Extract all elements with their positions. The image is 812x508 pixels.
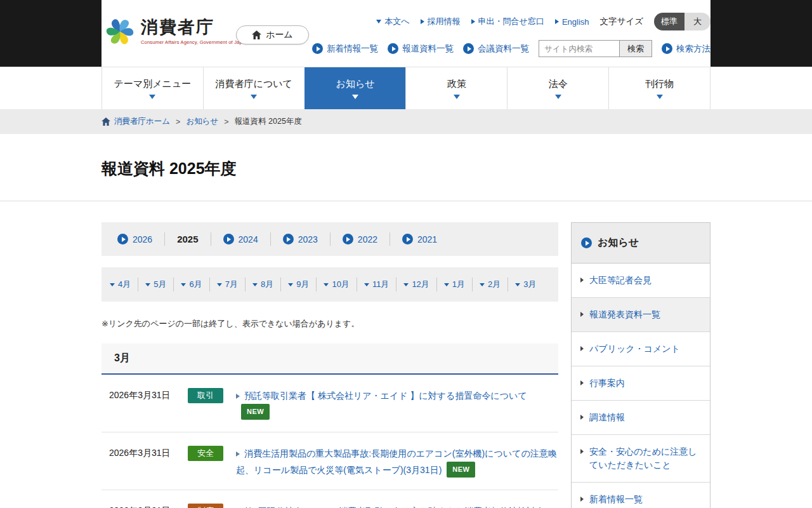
caret-down-icon (480, 283, 485, 286)
arrow-right-icon (580, 449, 584, 454)
news-link[interactable]: 第7回現代社会における消費者取引の在り方を踏まえた消費者契約法検討会ワーキンググ… (236, 506, 553, 508)
font-size-large-button[interactable]: 大 (684, 13, 710, 30)
month-tab-feb[interactable]: 2月 (473, 277, 508, 291)
month-tab-nov[interactable]: 11月 (357, 277, 397, 291)
quick-link-new-info[interactable]: 新着情報一覧 (312, 43, 378, 55)
month-tab-label: 5月 (154, 279, 166, 290)
breadcrumb-label: 消費者庁ホーム (114, 116, 170, 127)
caret-down-icon (403, 283, 409, 286)
breadcrumb-separator: > (176, 117, 180, 126)
caret-down-icon (145, 283, 150, 286)
category-badge: 安全 (188, 446, 223, 461)
sidebar: お知らせ 大臣等記者会見 報道発表資料一覧 パブリック・コメント 行事案内 (571, 222, 710, 508)
logo-title: 消費者庁 (141, 18, 248, 37)
search-button[interactable]: 検索 (620, 40, 652, 57)
month-tab-label: 1月 (452, 279, 465, 290)
sidebar-item-press-releases[interactable]: 報道発表資料一覧 (572, 298, 710, 332)
breadcrumb-home-link[interactable]: 消費者庁ホーム (102, 116, 170, 127)
breadcrumb-label: お知らせ (186, 116, 218, 127)
press-release-row: 2026年3月31日 安全 消費生活用製品の重大製品事故:長期使用のエアコン(室… (102, 432, 558, 490)
caret-down-icon (364, 283, 369, 286)
sidebar-item-press-conference[interactable]: 大臣等記者会見 (572, 264, 710, 298)
sidebar-item-procurement[interactable]: 調達情報 (572, 401, 710, 435)
month-tab-sep[interactable]: 9月 (281, 277, 317, 291)
press-release-row: 2026年3月31日 取引 預託等取引業者【 株式会社リア・エイド 】に対する措… (102, 375, 558, 432)
english-link[interactable]: English (555, 17, 589, 27)
month-tab-jul[interactable]: 7月 (210, 277, 246, 291)
circle-arrow-icon (463, 43, 474, 54)
breadcrumb-notice-link[interactable]: お知らせ (186, 116, 218, 127)
nav-item-notice[interactable]: お知らせ (304, 67, 406, 109)
site-search: 検索 (539, 40, 652, 57)
news-body: 預託等取引業者【 株式会社リア・エイド 】に対する措置命令についてNEW (236, 388, 558, 420)
new-badge: NEW (447, 462, 475, 478)
caret-down-icon (149, 95, 155, 99)
quick-link-label: 検索方法 (676, 43, 710, 55)
skip-to-content-link[interactable]: 本文へ (376, 16, 409, 27)
sidebar-item-safety-caution[interactable]: 安全・安心のために注意していただきたいこと (572, 435, 710, 483)
nav-item-about[interactable]: 消費者庁について (203, 67, 304, 109)
circle-arrow-icon (662, 43, 672, 54)
arrow-right-icon (580, 346, 584, 351)
month-tab-may[interactable]: 5月 (138, 277, 174, 291)
recruit-link[interactable]: 採用情報 (421, 16, 461, 27)
site-header: 消費者庁 Consumer Affairs Agency, Government… (0, 0, 812, 67)
month-tab-oct[interactable]: 10月 (317, 277, 357, 291)
sidebar-item-events[interactable]: 行事案内 (572, 366, 710, 401)
news-link[interactable]: 預託等取引業者【 株式会社リア・エイド 】に対する措置命令について (244, 391, 527, 401)
nav-item-policy[interactable]: 政策 (405, 67, 507, 109)
search-input[interactable] (539, 40, 620, 57)
sidebar-item-public-comment[interactable]: パブリック・コメント (572, 332, 710, 366)
month-tabs: 4月 5月 6月 7月 8月 9月 10月 11月 12月 1月 2月 3月 (102, 267, 558, 302)
home-button-label: ホーム (266, 29, 293, 41)
year-tab-2022[interactable]: 2022 (331, 232, 390, 246)
home-button[interactable]: ホーム (236, 25, 309, 44)
utility-link-label: English (562, 17, 589, 27)
month-tab-dec[interactable]: 12月 (396, 277, 436, 291)
year-tab-2024[interactable]: 2024 (211, 232, 271, 246)
month-tab-label: 9月 (296, 279, 309, 290)
caret-down-icon (110, 283, 115, 286)
year-tab-2026[interactable]: 2026 (105, 232, 165, 246)
contact-link[interactable]: 申出・問合せ窓口 (471, 16, 544, 27)
month-tab-aug[interactable]: 8月 (246, 277, 281, 291)
search-help-link[interactable]: 検索方法 (662, 43, 710, 55)
nav-item-theme-menu[interactable]: テーマ別メニュー (102, 67, 203, 109)
font-size-standard-button[interactable]: 標準 (654, 13, 684, 30)
arrow-right-icon (580, 415, 584, 420)
quick-link-press[interactable]: 報道資料一覧 (388, 43, 454, 55)
month-tab-jun[interactable]: 6月 (174, 277, 209, 291)
news-link[interactable]: 消費生活用製品の重大製品事故:長期使用のエアコン(室外機)についての注意喚起、リ… (236, 448, 557, 475)
sidebar-header: お知らせ (572, 223, 710, 264)
new-badge: NEW (241, 404, 270, 420)
caret-down-icon (657, 95, 663, 99)
sidebar-item-label: 報道発表資料一覧 (589, 308, 660, 321)
arrow-right-icon (421, 19, 424, 24)
nav-item-law[interactable]: 法令 (507, 67, 608, 109)
quick-link-meetings[interactable]: 会議資料一覧 (463, 43, 529, 55)
utility-link-label: 採用情報 (428, 16, 461, 27)
month-tab-mar[interactable]: 3月 (508, 277, 543, 291)
year-tab-2021[interactable]: 2021 (390, 232, 449, 246)
year-tab-label: 2023 (298, 234, 318, 244)
month-tab-apr[interactable]: 4月 (103, 277, 138, 291)
month-tab-label: 6月 (189, 279, 202, 290)
agency-logo[interactable]: 消費者庁 Consumer Affairs Agency, Government… (104, 16, 248, 48)
news-date: 2026年3月31日 (109, 504, 178, 508)
circle-arrow-icon (283, 234, 294, 244)
year-tab-2023[interactable]: 2023 (271, 232, 331, 246)
arrow-right-icon (580, 497, 584, 502)
month-tab-jan[interactable]: 1月 (437, 277, 473, 291)
sidebar-item-new-info[interactable]: 新着情報一覧 (572, 483, 710, 508)
utility-links-row: 本文へ 採用情報 申出・問合せ窓口 English 文字サイズ 標準 大 (376, 13, 710, 30)
breadcrumb-current: 報道資料 2025年度 (235, 116, 302, 127)
month-tab-label: 11月 (372, 279, 390, 290)
nav-item-publications[interactable]: 刊行物 (608, 67, 710, 109)
home-icon (252, 30, 261, 39)
caret-down-icon (324, 283, 329, 286)
quick-link-label: 報道資料一覧 (402, 43, 454, 55)
arrow-right-icon (580, 380, 584, 385)
arrow-right-icon (555, 19, 559, 24)
nav-item-label: お知らせ (336, 78, 375, 90)
page-title-section: 報道資料 2025年度 (0, 134, 812, 201)
